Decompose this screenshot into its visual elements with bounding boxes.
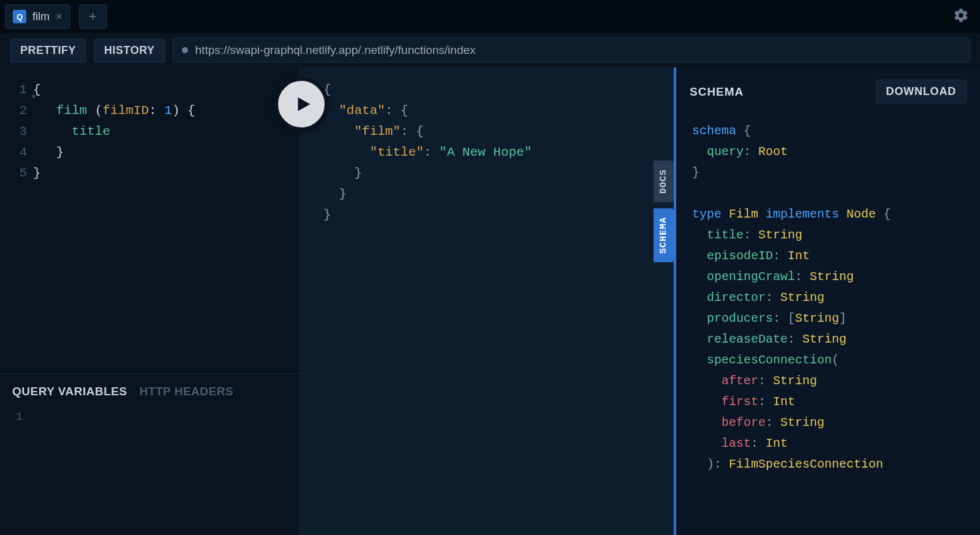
line-number: 2 [0, 101, 33, 121]
plus-icon: + [89, 9, 97, 25]
variables-pane: QUERY VARIABLES HTTP HEADERS 1 [0, 373, 300, 535]
line-number: 5 [0, 163, 33, 184]
prettify-button[interactable]: PRETTIFY [10, 39, 86, 63]
query-tab[interactable]: Q film × [5, 4, 70, 29]
tab-type-badge: Q [13, 10, 26, 23]
line-number: 3 [0, 121, 33, 142]
endpoint-input[interactable]: https://swapi-graphql.netlify.app/.netli… [173, 38, 970, 63]
toolbar: PRETTIFY HISTORY https://swapi-graphql.n… [0, 33, 980, 67]
download-button[interactable]: DOWNLOAD [876, 80, 967, 104]
schema-body[interactable]: schema { query: Root } type Film impleme… [676, 111, 980, 535]
tab-query-variables[interactable]: QUERY VARIABLES [12, 385, 127, 398]
query-editor-column: 1▼ { 2 film (filmID: 1) { 3 title 4 } 5 … [0, 67, 300, 535]
endpoint-url: https://swapi-graphql.netlify.app/.netli… [195, 44, 476, 57]
add-tab-button[interactable]: + [79, 4, 107, 29]
history-button[interactable]: HISTORY [94, 39, 165, 63]
side-tabs: DOCS SCHEMA [654, 161, 674, 262]
tab-bar: Q film × + [0, 0, 980, 33]
settings-button[interactable] [953, 7, 969, 26]
variables-editor[interactable]: 1 [12, 411, 287, 423]
main-area: 1▼ { 2 film (filmID: 1) { 3 title 4 } 5 … [0, 67, 980, 535]
play-icon [293, 94, 314, 115]
results-pane[interactable]: ▼ { ▼ "data": { "film": { "title": "A Ne… [300, 67, 674, 535]
line-number: 4 [0, 142, 33, 163]
schema-panel: SCHEMA DOWNLOAD schema { query: Root } t… [674, 67, 980, 535]
schema-title: SCHEMA [690, 85, 744, 99]
endpoint-status-dot [182, 47, 188, 53]
tab-schema[interactable]: SCHEMA [654, 208, 674, 262]
close-icon[interactable]: × [56, 10, 62, 23]
gear-icon [953, 7, 969, 23]
line-number: 1▼ [0, 80, 33, 101]
tab-label: film [32, 10, 50, 23]
execute-query-button[interactable] [274, 77, 328, 131]
tab-docs[interactable]: DOCS [654, 161, 674, 202]
tab-http-headers[interactable]: HTTP HEADERS [140, 385, 233, 398]
query-editor[interactable]: 1▼ { 2 film (filmID: 1) { 3 title 4 } 5 … [0, 67, 300, 373]
